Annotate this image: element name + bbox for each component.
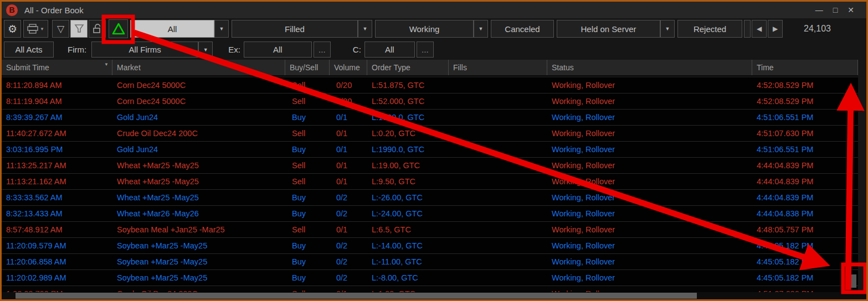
cell-order-type: L:-8.00, GTC xyxy=(367,273,449,282)
cell-time: 4:45:05.182 PM xyxy=(752,257,858,266)
filter-held-arrow-button[interactable]: ▼ xyxy=(660,20,675,38)
filter-filled-arrow-button[interactable]: ▼ xyxy=(358,20,372,38)
cell-status: Working, Rollover xyxy=(547,257,752,266)
contract-more-button[interactable]: ... xyxy=(417,41,434,58)
col-market[interactable]: Market xyxy=(112,60,285,75)
cell-time: 4:51:06.551 PM xyxy=(752,145,858,154)
cell-volume: 0/20 xyxy=(330,97,367,106)
cell-market: Wheat +Mar25 -May25 xyxy=(112,177,285,186)
order-table-body: 8:11:20.894 AM Corn Dec24 5000C Sell 0/2… xyxy=(2,77,858,301)
firm-dropdown[interactable]: All Firms xyxy=(91,41,198,58)
cell-status: Working, Rollover xyxy=(547,177,752,186)
cell-volume: 0/1 xyxy=(330,161,367,170)
next-page-button[interactable]: ▶ xyxy=(768,20,783,38)
horizontal-scrollbar[interactable] xyxy=(2,292,866,299)
cell-time: 4:45:05.182 PM xyxy=(752,273,858,282)
cell-status: Working, Rollover xyxy=(547,129,752,138)
cell-submit-time: 3:03:16.995 PM xyxy=(2,145,112,154)
cell-market: Wheat +Mar25 -May25 xyxy=(112,193,285,202)
table-row[interactable]: 3:03:16.995 PM Gold Jun24 Buy 0/1 L:1990… xyxy=(2,142,858,158)
col-order-type[interactable]: Order Type xyxy=(367,60,449,75)
exchange-value-box[interactable]: All xyxy=(244,41,312,58)
cell-buy-sell: Buy xyxy=(285,113,330,122)
vertical-scroll-thumb[interactable] xyxy=(849,274,856,288)
print-button[interactable]: ▼ xyxy=(23,20,48,38)
cell-submit-time: 8:32:13.433 AM xyxy=(2,209,112,218)
table-row[interactable]: 11:20:09.579 AM Soybean +Mar25 -May25 Bu… xyxy=(2,238,858,254)
left-arrow-icon: ◀ xyxy=(757,25,762,33)
filter-all-arrow-button[interactable]: ▼ xyxy=(214,20,229,38)
filter-funnel-button[interactable] xyxy=(70,20,88,38)
green-triangle-icon xyxy=(112,23,125,35)
filter-canceled-button[interactable]: Canceled xyxy=(491,20,554,38)
cell-buy-sell: Sell xyxy=(285,97,330,106)
col-time[interactable]: Time xyxy=(752,60,858,75)
cell-order-type: L:-11.00, GTC xyxy=(367,257,449,266)
cell-market: Soybean Meal +Jan25 -Mar25 xyxy=(112,225,285,234)
table-row[interactable]: 11:20:02.989 AM Soybean +Mar25 -May25 Bu… xyxy=(2,270,858,286)
lock-button[interactable] xyxy=(89,20,106,38)
cell-buy-sell: Sell xyxy=(285,225,330,234)
cell-status: Working, Rollover xyxy=(547,209,752,218)
contract-value-box[interactable]: All xyxy=(364,41,415,58)
close-button[interactable]: ✕ xyxy=(848,6,854,14)
settings-button[interactable]: ⚙ xyxy=(4,20,21,38)
table-row[interactable]: 11:20:06.858 AM Soybean +Mar25 -May25 Bu… xyxy=(2,254,858,270)
filter-rejected-button[interactable]: Rejected xyxy=(677,20,742,38)
cell-time: 4:44:04.839 PM xyxy=(752,193,858,202)
table-row[interactable]: 11:13:25.217 AM Wheat +Mar25 -May25 Sell… xyxy=(2,158,858,174)
cell-volume: 0/2 xyxy=(330,257,367,266)
table-row[interactable]: 11:40:27.672 AM Crude Oil Dec24 200C Sel… xyxy=(2,126,858,142)
order-count: 24,103 xyxy=(804,24,831,34)
col-submit-time[interactable]: Submit Time ▼ xyxy=(2,60,112,75)
cell-status: Working, Rollover xyxy=(547,145,752,154)
table-row[interactable]: 11:13:21.162 AM Wheat +Mar25 -May25 Sell… xyxy=(2,174,858,190)
col-status[interactable]: Status xyxy=(547,60,752,75)
cell-market: Soybean +Mar25 -May25 xyxy=(112,273,285,282)
cell-market: Soybean +Mar25 -May25 xyxy=(112,241,285,250)
filter-working-arrow-button[interactable]: ▼ xyxy=(474,20,488,38)
table-row[interactable]: 8:33:33.562 AM Wheat +Mar25 -May25 Buy 0… xyxy=(2,190,858,206)
cell-market: Wheat +Mar25 -May25 xyxy=(112,161,285,170)
chevron-down-icon: ▼ xyxy=(203,47,208,53)
cell-market: Gold Jun24 xyxy=(112,145,285,154)
prev-page-button[interactable]: ◀ xyxy=(752,20,767,38)
table-row[interactable]: 8:11:19.904 AM Corn Dec24 5000C Sell 0/2… xyxy=(2,94,858,110)
exchange-more-button[interactable]: ... xyxy=(314,41,331,58)
cell-market: Gold Jun24 xyxy=(112,113,285,122)
app-window: B All - Order Book — □ ✕ ⚙ ▼ ▽ xyxy=(0,0,868,301)
horizontal-scroll-thumb[interactable] xyxy=(16,293,697,299)
table-row[interactable]: 8:39:39.267 AM Gold Jun24 Buy 0/1 L:1920… xyxy=(2,110,858,126)
cell-buy-sell: Buy xyxy=(285,257,330,266)
table-row[interactable]: 8:11:20.894 AM Corn Dec24 5000C Sell 0/2… xyxy=(2,77,858,94)
cell-status: Working, Rollover xyxy=(547,161,752,170)
filter-held-dropdown[interactable]: Held on Server xyxy=(557,20,660,38)
cell-order-type: L:52.000, GTC xyxy=(367,97,449,106)
filter-outline-button[interactable]: ▽ xyxy=(52,20,69,38)
minimize-button[interactable]: — xyxy=(815,6,823,14)
cell-submit-time: 11:13:21.162 AM xyxy=(2,177,112,186)
firm-arrow-button[interactable]: ▼ xyxy=(198,41,213,58)
col-buy-sell[interactable]: Buy/Sell xyxy=(285,60,330,75)
table-row[interactable]: 8:57:48.912 AM Soybean Meal +Jan25 -Mar2… xyxy=(2,222,858,238)
cell-time: 4:44:04.839 PM xyxy=(752,177,858,186)
cell-submit-time: 11:13:25.217 AM xyxy=(2,161,112,170)
cell-status: Working, Rollover xyxy=(547,113,752,122)
cell-submit-time: 8:11:19.904 AM xyxy=(2,97,112,106)
cell-order-type: L:0.20, GTC xyxy=(367,129,449,138)
filter-filled-dropdown[interactable]: Filled xyxy=(232,20,358,38)
filter-all-dropdown[interactable]: All xyxy=(130,20,214,38)
all-accounts-button[interactable]: All Acts xyxy=(4,41,54,58)
chevron-down-icon: ▼ xyxy=(363,26,368,32)
col-volume[interactable]: Volume xyxy=(330,60,367,75)
col-fills[interactable]: Fills xyxy=(449,60,547,75)
filter-working-dropdown[interactable]: Working xyxy=(375,20,474,38)
cell-volume: 0/1 xyxy=(330,145,367,154)
cell-time: 4:52:08.529 PM xyxy=(752,81,858,90)
table-row[interactable]: 8:32:13.433 AM Wheat +Mar26 -May26 Buy 0… xyxy=(2,206,858,222)
maximize-button[interactable]: □ xyxy=(833,6,838,14)
printer-icon xyxy=(27,24,38,34)
highlight-button[interactable] xyxy=(109,19,128,38)
cell-volume: 0/2 xyxy=(330,241,367,250)
unlock-icon xyxy=(92,23,103,34)
